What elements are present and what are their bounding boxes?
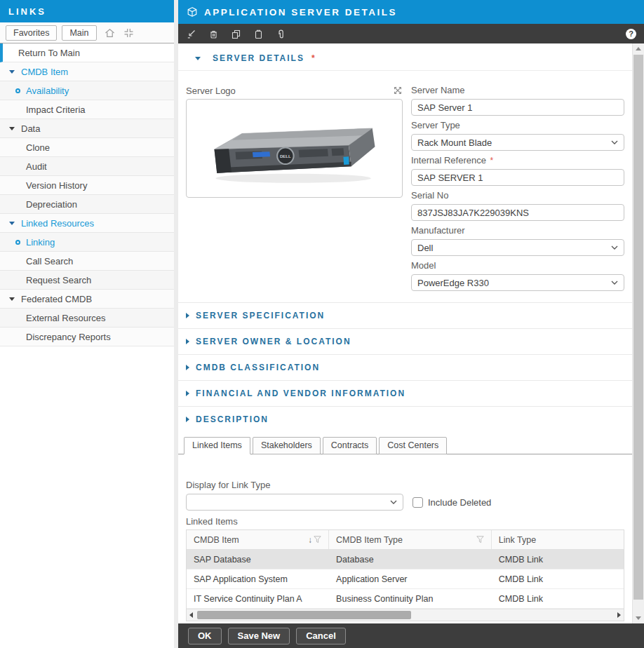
paste-icon[interactable] [253,29,264,39]
svg-text:DELL: DELL [279,154,290,158]
sidebar-item-request-search[interactable]: Request Search [0,271,174,290]
chevron-down-icon [9,222,15,225]
tab-favorites[interactable]: Favorites [6,25,57,41]
server-type-select[interactable]: Rack Mount Blade [411,134,624,151]
collapsed-sections: SERVER SPECIFICATION SERVER OWNER & LOCA… [178,302,632,432]
table-row[interactable]: IT Service Continuity Plan A Business Co… [187,589,624,609]
scrollbar-thumb[interactable] [633,55,643,600]
ok-button[interactable]: OK [188,628,222,644]
sidebar-item-federated-cmdb[interactable]: Federated CMDB [0,290,174,309]
tab-contracts[interactable]: Contracts [323,437,377,454]
sidebar-item-linked-resources[interactable]: Linked Resources [0,214,174,233]
chevron-down-icon [9,70,15,74]
chevron-down-icon [195,57,201,60]
horizontal-scrollbar[interactable] [187,609,624,621]
field-label: Server Name [411,85,624,96]
sidebar-item-discrepancy-reports[interactable]: Discrepancy Reports [0,328,174,346]
column-cmdb-item[interactable]: CMDB Item ↓ [187,530,329,549]
shrink-arrow-icon[interactable] [186,29,196,39]
page-title: APPLICATION SERVER DETAILS [204,7,397,18]
field-model: Model PowerEdge R330 [411,260,624,291]
linked-items-label: Linked Items [186,516,624,527]
collapse-all-icon[interactable] [123,27,135,39]
table-header: CMDB Item ↓ CMDB Item Type Link Type [187,530,624,550]
field-manufacturer: Manufacturer Dell [411,225,624,256]
chevron-right-icon [186,313,189,318]
sidebar-item-linking[interactable]: Linking [0,233,174,252]
field-server-type: Server Type Rack Mount Blade [411,120,624,151]
include-deleted-label: Include Deleted [428,497,491,508]
sort-desc-icon[interactable]: ↓ [308,535,312,545]
scroll-left-icon[interactable] [189,612,193,618]
section-financial-vendor[interactable]: FINANCIAL AND VENDOR INFORMATION [178,380,632,406]
model-select[interactable]: PowerEdge R330 [411,274,624,291]
save-new-button[interactable]: Save New [228,628,290,644]
vertical-scrollbar[interactable] [632,43,644,623]
field-label: Serial No [411,190,624,201]
field-label: Model [411,260,624,271]
chevron-down-icon [611,281,618,285]
field-label: Server Type [411,120,624,131]
section-server-details[interactable]: SERVER DETAILS * [178,43,632,71]
manufacturer-select[interactable]: Dell [411,239,624,256]
delete-icon[interactable] [208,29,219,39]
filter-icon[interactable] [476,536,484,544]
table-row[interactable]: SAP Application System Application Serve… [187,569,624,589]
scroll-down-icon[interactable] [636,616,641,620]
section-description[interactable]: DESCRIPTION [178,406,632,432]
circle-bullet-icon [15,88,20,93]
sidebar-item-cmdb-item[interactable]: CMDB Item [0,62,174,81]
attachment-icon[interactable] [276,29,286,39]
server-details-form: Server Logo [178,71,632,295]
chevron-down-icon [9,297,15,301]
scroll-right-icon[interactable] [617,612,621,618]
detail-tabbar: Linked Items Stakeholders Contracts Cost… [178,432,632,454]
home-icon[interactable] [104,27,116,39]
chevron-down-icon [611,140,618,145]
include-deleted-checkbox[interactable] [412,497,423,508]
section-server-owner-location[interactable]: SERVER OWNER & LOCATION [178,328,632,354]
tab-linked-items[interactable]: Linked Items [184,437,250,454]
link-type-select[interactable] [186,494,403,511]
server-logo-image: DELL [186,99,403,198]
sidebar-item-audit[interactable]: Audit [0,157,174,176]
sidebar-item-depreciation[interactable]: Depreciation [0,195,174,214]
section-server-specification[interactable]: SERVER SPECIFICATION [178,302,632,328]
circle-bullet-icon [15,240,20,245]
chevron-down-icon [390,500,397,505]
scrollbar-thumb[interactable] [197,611,411,619]
required-asterisk: * [490,156,494,166]
sidebar-item-data[interactable]: Data [0,119,174,138]
filter-icon[interactable] [314,536,321,544]
sidebar-item-return-to-main[interactable]: Return To Main [0,43,174,62]
required-asterisk: * [311,53,316,63]
copy-icon[interactable] [231,29,241,39]
sidebar-item-external-resources[interactable]: External Resources [0,309,174,328]
internal-reference-input[interactable] [411,169,624,186]
server-name-input[interactable] [411,99,624,116]
section-cmdb-classification[interactable]: CMDB CLASSIFICATION [178,354,632,380]
cube-icon [187,6,198,18]
sidebar-item-impact-criteria[interactable]: Impact Criteria [0,100,174,119]
chevron-down-icon [611,245,618,250]
scroll-up-icon[interactable] [636,47,641,50]
server-logo-label: Server Logo [186,86,236,96]
column-cmdb-item-type[interactable]: CMDB Item Type [329,530,492,549]
sidebar-item-clone[interactable]: Clone [0,138,174,157]
serial-no-input[interactable] [411,204,624,221]
table-row[interactable]: SAP Database Database CMDB Link [187,550,624,569]
tab-stakeholders[interactable]: Stakeholders [253,437,321,454]
sidebar-item-call-search[interactable]: Call Search [0,252,174,271]
column-link-type[interactable]: Link Type [492,530,624,549]
chevron-right-icon [186,339,189,344]
sidebar-item-availability[interactable]: Availability [0,81,174,100]
tab-cost-centers[interactable]: Cost Centers [379,437,447,454]
expand-icon[interactable] [393,86,403,95]
help-icon[interactable]: ? [626,29,636,39]
tab-main[interactable]: Main [62,25,96,41]
sidebar-title: LINKS [0,0,174,22]
cancel-button[interactable]: Cancel [296,628,346,644]
field-label: Manufacturer [411,225,624,236]
linked-items-panel: Display for Link Type Include Deleted Li… [178,480,632,621]
sidebar-item-version-history[interactable]: Version History [0,176,174,195]
